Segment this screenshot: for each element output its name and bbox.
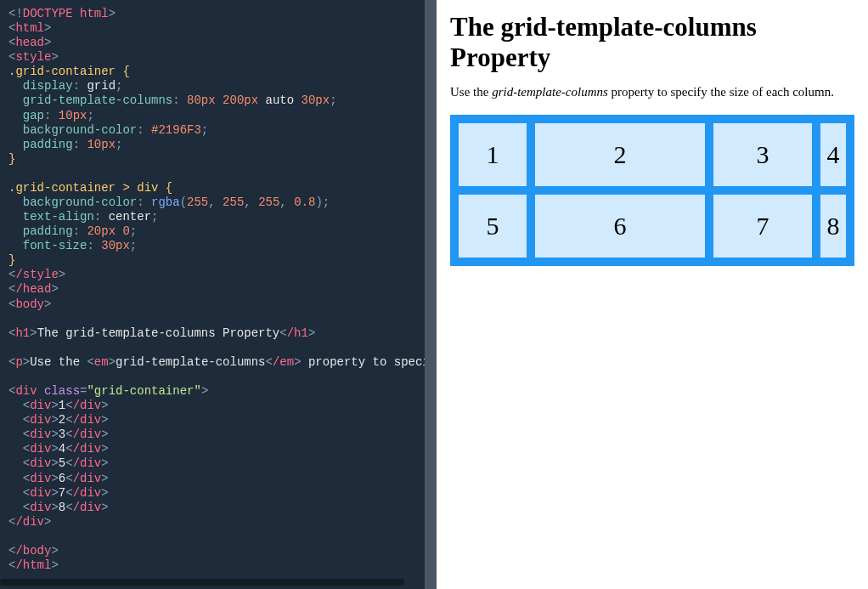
tag-em: em <box>94 355 109 369</box>
h1-content: The grid-template-columns Property <box>37 326 280 340</box>
grid-cell: 4 <box>820 123 846 186</box>
tag-div-close: /div <box>73 486 102 500</box>
doctype-text: DOCTYPE html <box>23 7 109 20</box>
css-val: 10px <box>59 109 87 122</box>
selector-1: .grid-container { <box>8 65 130 78</box>
tag-div-close: /div <box>73 413 102 427</box>
preview-pane: The grid-template-columns Property Use t… <box>437 0 868 589</box>
css-prop: padding <box>23 138 73 151</box>
pane-divider[interactable] <box>425 0 437 589</box>
grid-cell: 1 <box>459 123 527 186</box>
para-em: grid-template-columns <box>492 85 608 99</box>
tag-div: div <box>30 486 51 500</box>
css-prop: text-align <box>23 210 94 224</box>
em-text: grid-template-columns <box>116 355 265 369</box>
brace-close: } <box>8 152 15 166</box>
css-val: 30px <box>101 239 130 252</box>
code-editor-pane[interactable]: <!DOCTYPE html> <html> <head> <style> .g… <box>0 0 425 589</box>
tag-p: p <box>15 355 22 369</box>
cell-text: 2 <box>59 413 65 427</box>
css-val: 10px <box>87 138 116 151</box>
grid-cell: 3 <box>713 123 812 186</box>
tag-div: div <box>30 442 51 456</box>
p-text: Use the <box>30 355 87 369</box>
tag-div-close: /div <box>73 501 102 514</box>
css-prop: background-color <box>23 195 137 209</box>
tag-div: div <box>30 456 51 470</box>
tag-em-close: /em <box>273 355 294 369</box>
css-val: 0.8 <box>294 195 315 209</box>
css-val: auto <box>266 93 295 107</box>
tag-div: div <box>30 399 51 412</box>
grid-cell: 6 <box>535 195 705 258</box>
tag-html-close: /html <box>15 558 51 572</box>
tag-body-close: /body <box>15 544 51 558</box>
grid-cell: 5 <box>459 195 527 258</box>
tag-div-close: /div <box>15 515 44 529</box>
selector-2: .grid-container > div { <box>8 181 172 195</box>
css-prop: background-color <box>23 123 137 137</box>
tag-body-open: body <box>15 297 44 311</box>
cell-text: 3 <box>59 428 65 441</box>
css-prop: grid-template-columns <box>23 93 172 107</box>
css-val: 255 <box>258 195 279 209</box>
cell-text: 5 <box>59 456 65 470</box>
grid-container: 1 2 3 4 5 6 7 8 <box>450 115 854 266</box>
css-val: 20px <box>87 224 116 238</box>
css-val: grid <box>87 79 116 93</box>
cell-text: 7 <box>59 486 65 500</box>
tag-div: div <box>30 428 51 441</box>
para-text: property to specify the size of each col… <box>608 85 834 99</box>
tag-head-open: head <box>15 36 44 49</box>
tag-html-open: html <box>15 21 44 35</box>
grid-cell: 2 <box>535 123 705 186</box>
page-description: Use the grid-template-columns property t… <box>450 85 854 99</box>
css-prop: display <box>23 79 73 93</box>
cell-text: 1 <box>59 399 65 412</box>
cell-text: 4 <box>59 442 65 456</box>
css-val: 255 <box>187 195 208 209</box>
horizontal-scrollbar[interactable] <box>0 579 404 586</box>
grid-cell: 7 <box>713 195 812 258</box>
css-val: 0 <box>122 224 129 238</box>
cell-text: 8 <box>59 501 65 514</box>
tag-div-close: /div <box>73 472 102 485</box>
tag-div-close: /div <box>73 442 102 456</box>
tag-h1-close: /h1 <box>287 326 308 340</box>
cell-text: 6 <box>59 472 65 485</box>
css-val: #2196F3 <box>151 123 201 137</box>
tag-div: div <box>15 384 37 398</box>
css-val: 200px <box>223 93 258 107</box>
attr-name: class <box>44 384 80 398</box>
css-func: rgba <box>151 195 180 209</box>
css-prop: font-size <box>23 239 87 252</box>
tag-div-close: /div <box>73 428 102 441</box>
css-val: 80px <box>187 93 216 107</box>
tag-style-close: /style <box>15 268 58 281</box>
css-val: center <box>109 210 151 224</box>
tag-head-close: /head <box>15 282 51 296</box>
tag-style-open: style <box>15 50 51 64</box>
p-text: property to specify the size of each col… <box>302 355 425 369</box>
brace-close: } <box>8 253 15 267</box>
para-text: Use the <box>450 85 492 99</box>
tag-h1: h1 <box>15 326 30 340</box>
css-prop: padding <box>23 224 73 238</box>
tag-div: div <box>30 472 51 485</box>
tag-div: div <box>30 501 51 514</box>
tag-div-close: /div <box>73 399 102 412</box>
css-prop: gap <box>23 109 44 122</box>
css-val: 255 <box>223 195 244 209</box>
tag-div: div <box>30 413 51 427</box>
css-val: 30px <box>302 93 330 107</box>
attr-value: "grid-container" <box>87 384 200 398</box>
page-title: The grid-template-columns Property <box>450 12 854 73</box>
grid-cell: 8 <box>820 195 846 258</box>
tag-div-close: /div <box>73 456 102 470</box>
